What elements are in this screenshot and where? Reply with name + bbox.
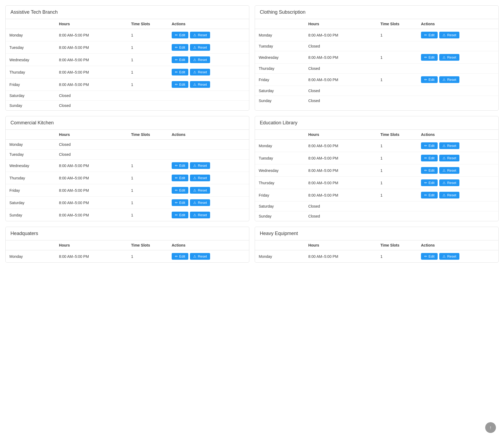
edit-icon: ✏ [175, 176, 178, 180]
edit-button[interactable]: ✏ Edit [172, 81, 188, 88]
reset-button[interactable]: ⚠ Reset [439, 32, 459, 38]
edit-icon: ✏ [424, 144, 427, 148]
action-btn-group: ✏ Edit⚠ Reset [421, 54, 495, 61]
reset-button[interactable]: ⚠ Reset [439, 167, 459, 174]
hours-cell: 8:00 AM–5:00 PM [55, 78, 127, 91]
day-cell: Tuesday [6, 150, 55, 160]
edit-button[interactable]: ✏ Edit [172, 187, 188, 194]
col-header-hours: Hours [55, 130, 127, 140]
edit-button[interactable]: ✏ Edit [421, 76, 438, 83]
slots-cell: 1 [377, 177, 417, 189]
edit-button[interactable]: ✏ Edit [172, 199, 188, 206]
reset-button[interactable]: ⚠ Reset [439, 54, 459, 61]
day-cell: Wednesday [6, 54, 55, 66]
actions-cell [168, 140, 249, 150]
warning-icon: ⚠ [193, 33, 196, 37]
table-row: Monday8:00 AM–5:00 PM1✏ Edit⚠ Reset [255, 250, 498, 263]
edit-icon: ✏ [175, 213, 178, 217]
reset-button[interactable]: ⚠ Reset [190, 69, 210, 75]
edit-button[interactable]: ✏ Edit [172, 44, 188, 51]
reset-button[interactable]: ⚠ Reset [190, 56, 210, 63]
branch-card-clothing-subscription: Clothing SubscriptionHoursTime SlotsActi… [255, 5, 499, 111]
table-row: SaturdayClosed [255, 86, 498, 96]
reset-button[interactable]: ⚠ Reset [190, 187, 210, 194]
edit-button[interactable]: ✏ Edit [172, 162, 188, 169]
edit-button[interactable]: ✏ Edit [172, 212, 188, 218]
edit-button[interactable]: ✏ Edit [172, 69, 188, 75]
table-row: Wednesday8:00 AM–5:00 PM1✏ Edit⚠ Reset [6, 160, 249, 172]
day-cell: Sunday [255, 96, 305, 106]
reset-button[interactable]: ⚠ Reset [190, 253, 210, 260]
edit-button[interactable]: ✏ Edit [172, 56, 188, 63]
reset-button[interactable]: ⚠ Reset [439, 155, 459, 161]
reset-button[interactable]: ⚠ Reset [439, 76, 459, 83]
edit-button[interactable]: ✏ Edit [172, 175, 188, 181]
reset-button[interactable]: ⚠ Reset [190, 162, 210, 169]
actions-cell: ✏ Edit⚠ Reset [417, 51, 498, 64]
reset-button[interactable]: ⚠ Reset [439, 142, 459, 149]
hours-cell: Closed [305, 96, 377, 106]
day-cell: Friday [6, 78, 55, 91]
actions-cell: ✏ Edit⚠ Reset [417, 29, 498, 41]
hours-cell: Closed [55, 101, 127, 111]
hours-cell: Closed [55, 150, 127, 160]
slots-cell: 1 [127, 66, 168, 78]
day-cell: Tuesday [255, 41, 305, 51]
branch-table-heavy-equipment: HoursTime SlotsActionsMonday8:00 AM–5:00… [255, 240, 498, 262]
actions-cell: ✏ Edit⚠ Reset [168, 250, 249, 263]
actions-cell: ✏ Edit⚠ Reset [417, 250, 498, 263]
edit-icon: ✏ [175, 201, 178, 205]
reset-button[interactable]: ⚠ Reset [190, 175, 210, 181]
day-cell: Sunday [255, 211, 305, 221]
edit-button[interactable]: ✏ Edit [421, 253, 438, 260]
edit-button[interactable]: ✏ Edit [172, 32, 188, 38]
col-header-day [255, 19, 305, 29]
actions-cell [417, 201, 498, 211]
col-header-hours: Hours [305, 19, 377, 29]
slots-cell: 1 [127, 41, 168, 54]
day-cell: Friday [6, 184, 55, 197]
reset-button[interactable]: ⚠ Reset [439, 253, 459, 260]
action-btn-group: ✏ Edit⚠ Reset [172, 69, 245, 75]
reset-button[interactable]: ⚠ Reset [439, 179, 459, 186]
edit-button[interactable]: ✏ Edit [421, 32, 438, 38]
edit-button[interactable]: ✏ Edit [421, 155, 438, 161]
edit-button[interactable]: ✏ Edit [421, 167, 438, 174]
hours-cell: Closed [305, 64, 377, 74]
table-row: SaturdayClosed [255, 201, 498, 211]
reset-button[interactable]: ⚠ Reset [190, 32, 210, 38]
edit-icon: ✏ [424, 78, 427, 82]
action-btn-group: ✏ Edit⚠ Reset [172, 253, 245, 260]
edit-button[interactable]: ✏ Edit [421, 142, 438, 149]
day-cell: Friday [255, 189, 305, 201]
warning-icon: ⚠ [442, 168, 446, 172]
reset-button[interactable]: ⚠ Reset [190, 212, 210, 218]
actions-cell: ✏ Edit⚠ Reset [168, 184, 249, 197]
table-row: Wednesday8:00 AM–5:00 PM1✏ Edit⚠ Reset [255, 164, 498, 177]
day-cell: Saturday [255, 201, 305, 211]
reset-button[interactable]: ⚠ Reset [439, 192, 459, 198]
edit-button[interactable]: ✏ Edit [421, 54, 438, 61]
reset-button[interactable]: ⚠ Reset [190, 44, 210, 51]
col-header-actions: Actions [417, 19, 498, 29]
branch-card-headquaters: HeadquatersHoursTime SlotsActionsMonday8… [5, 227, 249, 263]
warning-icon: ⚠ [442, 33, 446, 37]
slots-cell [377, 86, 417, 96]
table-row: TuesdayClosed [255, 41, 498, 51]
slots-cell [377, 96, 417, 106]
branch-table-clothing-subscription: HoursTime SlotsActionsMonday8:00 AM–5:00… [255, 19, 498, 106]
reset-button[interactable]: ⚠ Reset [190, 81, 210, 88]
edit-button[interactable]: ✏ Edit [172, 253, 188, 260]
edit-button[interactable]: ✏ Edit [421, 179, 438, 186]
edit-icon: ✏ [175, 33, 178, 37]
col-header-hours: Hours [305, 130, 377, 140]
hours-cell: Closed [305, 201, 377, 211]
action-btn-group: ✏ Edit⚠ Reset [172, 32, 245, 38]
col-header-day [255, 130, 305, 140]
col-header-slots: Time Slots [377, 19, 417, 29]
edit-button[interactable]: ✏ Edit [421, 192, 438, 198]
slots-cell: 1 [377, 51, 417, 64]
warning-icon: ⚠ [442, 181, 446, 185]
col-header-actions: Actions [168, 19, 249, 29]
reset-button[interactable]: ⚠ Reset [190, 199, 210, 206]
